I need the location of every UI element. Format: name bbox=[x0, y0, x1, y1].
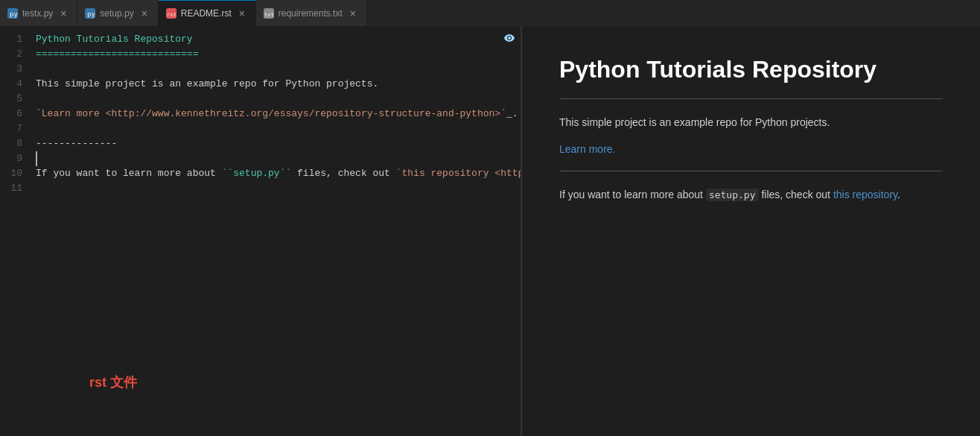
python-icon-testx: py bbox=[7, 8, 18, 19]
tab-label-readme: README.rst bbox=[181, 8, 232, 19]
bottom-text-after: files, check out bbox=[759, 189, 833, 200]
tab-close-setup[interactable]: × bbox=[139, 7, 150, 19]
code-line-8: -------------- bbox=[36, 136, 521, 151]
svg-text:rst: rst bbox=[167, 12, 176, 18]
code-line-5 bbox=[36, 92, 521, 107]
setup-py-code: setup.py bbox=[706, 189, 759, 201]
code-line-11 bbox=[36, 181, 521, 196]
preview-toggle-button[interactable] bbox=[503, 32, 515, 46]
txt-icon: txt bbox=[264, 8, 274, 19]
eye-icon bbox=[503, 32, 515, 44]
tab-bar: py testx.py × py setup.py × rst README.r… bbox=[0, 0, 980, 26]
tab-label-testx: testx.py bbox=[22, 8, 53, 19]
svg-text:py: py bbox=[10, 10, 18, 18]
tab-readme-rst[interactable]: rst README.rst × bbox=[159, 0, 256, 26]
code-line-3 bbox=[36, 62, 521, 77]
tab-label-requirements: requirements.txt bbox=[279, 8, 343, 19]
tab-setup-py[interactable]: py setup.py × bbox=[77, 0, 158, 26]
code-line-2: ============================ bbox=[36, 47, 521, 62]
line-numbers: 1 2 3 4 5 6 7 8 9 10 11 bbox=[0, 26, 30, 436]
svg-text:py: py bbox=[87, 10, 95, 18]
main-content: 1 2 3 4 5 6 7 8 9 10 11 Python Tutorials… bbox=[0, 26, 980, 436]
preview-separator bbox=[559, 98, 943, 99]
tab-requirements-txt[interactable]: txt requirements.txt × bbox=[256, 0, 367, 26]
preview-description: This simple project is an example repo f… bbox=[559, 114, 943, 130]
preview-pane: Python Tutorials Repository This simple … bbox=[521, 26, 980, 436]
python-icon-setup: py bbox=[85, 8, 95, 19]
code-line-6: `Learn more <http://www.kennethreitz.org… bbox=[36, 107, 521, 121]
pane-divider bbox=[521, 26, 521, 436]
code-line-7 bbox=[36, 121, 521, 136]
code-line-10: If you want to learn more about ``setup.… bbox=[36, 166, 521, 181]
code-line-9 bbox=[36, 151, 521, 166]
tab-close-testx[interactable]: × bbox=[57, 7, 69, 19]
preview-bottom-paragraph: If you want to learn more about setup.py… bbox=[559, 186, 943, 204]
tab-label-setup: setup.py bbox=[100, 8, 133, 19]
editor-pane: 1 2 3 4 5 6 7 8 9 10 11 Python Tutorials… bbox=[0, 26, 521, 436]
rst-annotation: rst 文件 bbox=[89, 373, 137, 391]
preview-separator-2 bbox=[559, 171, 943, 171]
bottom-text-end: . bbox=[897, 189, 900, 200]
tab-close-readme[interactable]: × bbox=[236, 7, 248, 19]
tab-testx-py[interactable]: py testx.py × bbox=[0, 0, 77, 26]
tab-close-requirements[interactable]: × bbox=[347, 7, 359, 19]
code-line-4: This simple project is an example repo f… bbox=[36, 77, 521, 92]
editor-body[interactable]: 1 2 3 4 5 6 7 8 9 10 11 Python Tutorials… bbox=[0, 26, 521, 436]
learn-more-link[interactable]: Learn more. bbox=[559, 143, 615, 155]
preview-title: Python Tutorials Repository bbox=[559, 56, 943, 83]
svg-text:txt: txt bbox=[264, 12, 274, 18]
bottom-text-before: If you want to learn more about bbox=[559, 189, 706, 200]
rst-icon: rst bbox=[166, 8, 176, 19]
code-line-1: Python Tutorials Repository bbox=[36, 32, 521, 47]
preview-learn-more-section: Learn more. bbox=[559, 142, 943, 156]
this-repository-link[interactable]: this repository bbox=[833, 189, 897, 200]
